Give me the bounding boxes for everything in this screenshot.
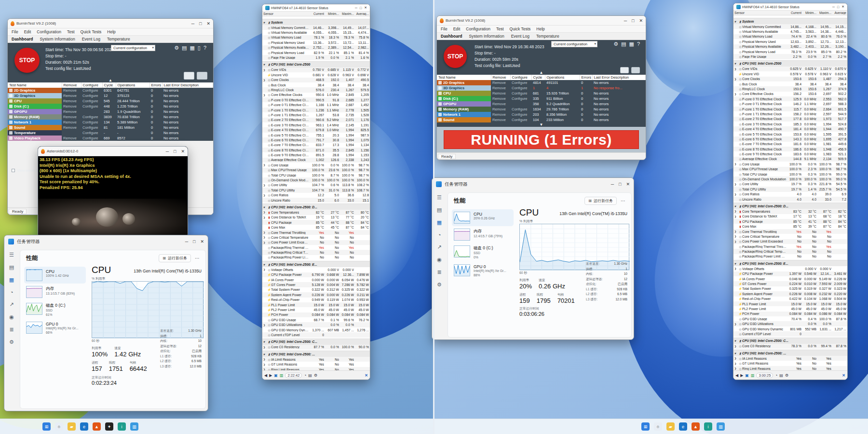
settings-gear-icon[interactable]: ⚙	[174, 45, 179, 51]
tab-dashboard[interactable]: Dashboard	[441, 34, 462, 39]
row-expand-icon[interactable]: ❯	[263, 324, 267, 326]
row-expand-icon[interactable]: ❯	[263, 194, 267, 197]
more-options-icon[interactable]: ⋯	[195, 256, 200, 261]
row-expand-icon[interactable]: ❯	[263, 79, 267, 81]
settings-gear-icon[interactable]: ⚙	[613, 41, 618, 47]
row-expand-icon[interactable]: ❯	[263, 236, 267, 239]
sensor-row[interactable]: ◎E-core 2 T0 Effective Clock177.80.0 MHz…	[733, 117, 847, 122]
column-header[interactable]: Remove	[62, 82, 81, 88]
close-button[interactable]: ✕	[200, 239, 204, 244]
sensor-row[interactable]: ◎Physical Memory Available2,752...2,389.…	[262, 45, 370, 50]
sensor-row[interactable]: ❯▮Core Temperatures82 °C27 °C87 °C80 °C	[262, 210, 370, 215]
test-row-memory-ram-[interactable]: Memory (RAM)RemoveConfigure383970.838 Tr…	[8, 114, 213, 120]
sensor-row[interactable]: ⚡Total System Power0.325 W0.319 W0.327 W…	[733, 286, 847, 291]
row-expand-icon[interactable]: ❯	[734, 215, 738, 218]
startup-icon[interactable]: ↗	[9, 301, 14, 308]
folder-icon[interactable]: ▰	[666, 422, 675, 431]
collapse-left-icon[interactable]: ◀	[735, 373, 738, 378]
close-button[interactable]: ✕	[181, 149, 185, 154]
menu-item-test[interactable]: Test	[67, 29, 75, 34]
sensor-row[interactable]: ◎Total CPU Utility104.7 %31.0 %113.8 %10…	[262, 188, 370, 192]
sensor-row[interactable]: ◎GPU D3D Memory Dynamic801 MB552 MB1,631…	[733, 326, 847, 331]
column-header[interactable]: Operations	[545, 75, 580, 80]
sensor-row[interactable]: ◎E-core 3 T0 Effective Clock963.11.4 MHz…	[262, 122, 370, 127]
column-header-maxim[interactable]: Maxim...	[339, 12, 354, 15]
test-row-video-playback[interactable]: Video PlaybackRemoveConfigure66985720No …	[8, 136, 213, 141]
configure-cell[interactable]: Configure	[510, 80, 531, 85]
test-row-gpgpu[interactable]: GPGPURemove2831.9 Quadrillion0No errors	[8, 109, 213, 114]
remove-cell[interactable]: Remove	[62, 136, 81, 141]
column-header[interactable]: Test Name	[8, 82, 62, 88]
print-icon[interactable]: ▦	[629, 41, 634, 47]
sensor-row[interactable]: ◎Total CPU Usage100.0 %0.3 %100.0 %99.0 …	[733, 172, 847, 176]
sensor-row[interactable]: ◎Package/Ring Thermal Thrott...YesNoYes	[733, 244, 847, 249]
column-header-minim[interactable]: Minim...	[801, 11, 816, 14]
remove-cell[interactable]: Remove	[62, 93, 81, 98]
section-expand-icon[interactable]: ▾	[263, 340, 267, 343]
menu-item-help[interactable]: Help	[107, 29, 115, 34]
sidebar-item-gpu-0[interactable]: GPU 0Intel(R) Iris(R) Xe Gr...88%	[452, 262, 514, 280]
sensor-row[interactable]: ◎Uncore Ratio15.06.033.015.1	[262, 198, 370, 203]
folder-icon[interactable]: ▰	[68, 422, 76, 431]
close-button[interactable]: ✕	[639, 18, 643, 23]
run-new-task-button[interactable]: ⊞运行新任务	[159, 254, 191, 262]
sensor-row[interactable]: ⚡Rest-of-Chip Power0.422 W0.104 W1.068 W…	[733, 297, 847, 301]
section-expand-icon[interactable]: ▾	[734, 262, 738, 265]
sensor-row[interactable]: ❯◎Core Utility104.7 %0.6 %113.8 %108.2 %	[262, 183, 370, 188]
sensor-row[interactable]: ◎Virtual Memory Load78.1 %18.3 %78.3 %75…	[262, 35, 370, 40]
column-header-minim[interactable]: Minim...	[324, 12, 339, 15]
sidebar-item-cpu[interactable]: CPU100% 1.42 GHz	[24, 267, 86, 284]
sensor-row[interactable]: ⚡Total System Power0.322 W0.312 W0.325 W…	[262, 287, 370, 292]
settings-gear-icon[interactable]: ⚙	[785, 373, 788, 378]
configure-cell[interactable]	[510, 101, 531, 107]
sensor-row[interactable]: ◎Bus Clock38.438.438.438.4	[262, 82, 370, 87]
row-expand-icon[interactable]: ❯	[734, 78, 738, 81]
menu-item-quick-tests[interactable]: Quick Tests	[81, 29, 102, 34]
sensor-row[interactable]: ⚡System Agent Power0.226 W0.008 W0.232 W…	[733, 291, 847, 296]
column-header-sensor[interactable]: Sensor	[734, 11, 787, 14]
sensor-row[interactable]: ❯◎Core Usage100.0 %0.0 %100.0 %98.7 %	[262, 163, 370, 167]
test-row-cpu[interactable]: CPURemoveConfigure54528.444 Trillion0No …	[8, 98, 213, 104]
sensor-row[interactable]: ❯◎IA Limit ReasonsYesNoYes	[733, 356, 847, 361]
sensor-row[interactable]: ◎E-core 7 T0 Effective Clock181.60.0 MHz…	[733, 142, 847, 147]
services-icon[interactable]: ⚙	[9, 339, 14, 345]
start-icon[interactable]: ⊞	[42, 422, 51, 431]
sensor-section-header[interactable]: ▾▮CPU [#0]: Intel Core-2500	[262, 61, 370, 68]
sensor-row[interactable]: ◎Package/Ring Critical Temper...NoNoNo	[262, 250, 370, 255]
sensor-section-header[interactable]: ▾▮CPU [#0]: Intel Core-2500: C...	[733, 338, 847, 344]
sensor-row[interactable]: ◎Package/Ring Thermal Thrott...YesNoYes	[262, 245, 370, 250]
sensor-row[interactable]: ◎GPU D3D Memory Dynamic1,370 ...607 MB1,…	[262, 327, 370, 332]
sensor-row[interactable]: ◎E-core 5 T0 Effective Clock153.80.0 MHz…	[733, 132, 847, 136]
test-row-3d-graphics[interactable]: 3D GraphicsRemoveConfigure141No response…	[437, 85, 646, 91]
sensor-section-header[interactable]: ▾▮CPU [#0]: Intel Core-2500: C...	[262, 339, 370, 345]
graph-icon[interactable]: ▥	[751, 373, 755, 378]
sensor-row[interactable]: ◎Virtual Memory Available4,055...4,055..…	[262, 30, 370, 35]
sensor-row[interactable]: ◎E-core 3 T0 Effective Clock185.30.0 MHz…	[733, 122, 847, 126]
configure-cell[interactable]: Configure	[510, 112, 531, 117]
section-expand-icon[interactable]: ▾	[263, 63, 267, 66]
sensor-row[interactable]: ❯◎Core Utility19.7 %0.3 %221.8 %54.5 %	[733, 182, 847, 187]
sensor-section-header[interactable]: ▾▮CPU [#0]: Intel Core-2500: E...	[733, 260, 847, 266]
minimize-button[interactable]: ─	[624, 18, 627, 23]
help-icon[interactable]: ?	[637, 41, 640, 47]
sensor-section-header[interactable]: ▾▮CPU [#0]: Intel Core-2500	[733, 60, 847, 67]
edge-icon[interactable]: e	[679, 422, 687, 431]
configure-cell[interactable]: Configure	[510, 117, 531, 122]
sensor-row[interactable]: ❯◎Core Clocks153.6153.61,487294.3	[733, 77, 847, 81]
sensor-row[interactable]: ⚡GT Cores Power0.224 W0.010 W7.593 W2.00…	[733, 281, 847, 286]
sensor-row[interactable]: ◎Total CPU Usage100.0 %8.7 %100.0 %98.7 …	[262, 173, 370, 177]
sensor-row[interactable]: ⚡CPU Package Power6.790 W0.668 W12.36...…	[262, 272, 370, 277]
sensor-row[interactable]: ◎Virtual Memory Available4,745...3,563..…	[733, 29, 847, 34]
sensor-row[interactable]: ❯◎GT Limit ReasonsYesNoYes	[733, 361, 847, 366]
test-row-network-1[interactable]: Network 1RemoveConfigure1345.389 Million…	[8, 120, 213, 125]
sensor-row[interactable]: ⚡PL1 Power Limit15.0 W15.0 W15.0 W15.0 W	[262, 302, 370, 307]
sensor-row[interactable]: ◎GPU D3D Usage70.4 %0.4 %100.0 %87.8 %	[733, 316, 847, 321]
sensor-row[interactable]: ❯◎Core Thermal ThrottlingYesNoYes	[733, 229, 847, 234]
menu-item-edit[interactable]: Edit	[453, 27, 461, 31]
processes-icon[interactable]: ▤	[9, 264, 14, 271]
sensor-row[interactable]: ◎E-core 4 T0 Effective Clock181.40.0 MHz…	[733, 126, 847, 131]
configure-cell[interactable]: Configure	[81, 125, 102, 130]
burnintest-titlebar[interactable]: BurnInTest V9.2 (1008) ─□✕	[437, 16, 646, 26]
row-expand-icon[interactable]: ❯	[263, 163, 267, 166]
row-expand-icon[interactable]: ❯	[734, 193, 738, 196]
